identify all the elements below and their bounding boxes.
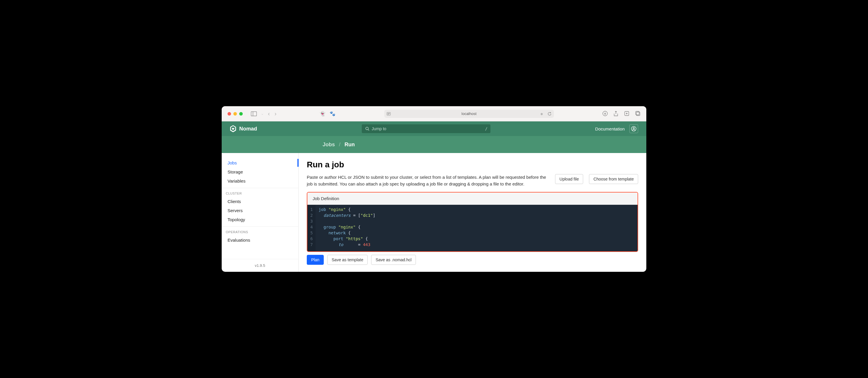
- app-header: Nomad Jump to / Documentation: [222, 121, 646, 136]
- editor-code[interactable]: job "nginx" { datacenters = ["dc1"] grou…: [315, 205, 378, 251]
- back-icon[interactable]: ‹: [268, 110, 270, 117]
- sidebar-toggle-icon[interactable]: [251, 112, 257, 116]
- new-tab-icon[interactable]: [624, 111, 629, 116]
- sidebar-item-storage[interactable]: Storage: [222, 167, 298, 176]
- search-icon: [365, 127, 369, 131]
- sidebar-section-heading: OPERATIONS: [222, 227, 298, 235]
- forward-icon[interactable]: ›: [275, 110, 277, 117]
- page-description: Paste or author HCL or JSON to submit to…: [307, 174, 549, 187]
- editor-gutter: 1234567: [307, 205, 315, 251]
- main-content: Run a job Paste or author HCL or JSON to…: [299, 153, 646, 272]
- nomad-logo-icon: [230, 125, 236, 132]
- editor-title: Job Definition: [307, 193, 638, 205]
- url-text: localhost: [462, 112, 476, 116]
- breadcrumb-current: Run: [344, 142, 355, 148]
- share-icon[interactable]: [614, 111, 618, 117]
- profile-button[interactable]: [629, 124, 638, 133]
- app-name: Nomad: [239, 126, 257, 132]
- search-placeholder: Jump to: [372, 126, 386, 131]
- sidebar-item-clients[interactable]: Clients: [222, 197, 298, 206]
- sidebar-item-servers[interactable]: Servers: [222, 206, 298, 215]
- documentation-link[interactable]: Documentation: [595, 126, 625, 132]
- profile-icon: [631, 126, 637, 132]
- save-file-button[interactable]: Save as .nomad.hcl: [371, 255, 416, 265]
- search-input[interactable]: Jump to /: [362, 124, 491, 133]
- extension-paw-icon[interactable]: 🐾: [330, 111, 336, 116]
- url-bar[interactable]: localhost ⊕: [384, 110, 554, 118]
- extension-ghost-icon[interactable]: 👻: [320, 111, 326, 116]
- svg-point-14: [633, 127, 634, 129]
- app-logo[interactable]: Nomad: [230, 125, 257, 132]
- sidebar: JobsStorageVariables CLUSTERClientsServe…: [222, 153, 299, 272]
- downloads-icon[interactable]: [602, 111, 608, 116]
- page-title: Run a job: [307, 160, 638, 169]
- traffic-lights: [227, 112, 243, 116]
- svg-point-11: [366, 127, 369, 130]
- svg-text:⊕: ⊕: [540, 112, 543, 116]
- breadcrumb: Jobs / Run: [222, 136, 646, 153]
- close-window-icon[interactable]: [227, 112, 231, 116]
- browser-window: ⌵ ‹ › 👻 🐾 localhost ⊕ Nomad: [222, 106, 646, 272]
- svg-rect-9: [637, 112, 640, 116]
- svg-line-12: [368, 129, 369, 131]
- maximize-window-icon[interactable]: [239, 112, 243, 116]
- reload-icon[interactable]: [548, 112, 552, 116]
- translate-icon[interactable]: ⊕: [540, 112, 545, 116]
- minimize-window-icon[interactable]: [234, 112, 237, 116]
- svg-rect-0: [251, 112, 257, 116]
- sidebar-item-evaluations[interactable]: Evaluations: [222, 235, 298, 244]
- upload-file-button[interactable]: Upload file: [555, 174, 583, 184]
- body-area: JobsStorageVariables CLUSTERClientsServe…: [222, 153, 646, 272]
- job-definition-editor[interactable]: Job Definition 1234567 job "nginx" { dat…: [307, 192, 638, 252]
- svg-rect-10: [636, 111, 639, 115]
- sidebar-item-jobs[interactable]: Jobs: [222, 158, 298, 167]
- save-template-button[interactable]: Save as template: [327, 255, 368, 265]
- breadcrumb-parent[interactable]: Jobs: [322, 142, 335, 148]
- choose-template-button[interactable]: Choose from template: [589, 174, 638, 184]
- sidebar-section-heading: CLUSTER: [222, 188, 298, 197]
- tab-overview-icon[interactable]: [635, 111, 641, 116]
- sidebar-item-variables[interactable]: Variables: [222, 176, 298, 185]
- search-hint: /: [485, 126, 488, 131]
- breadcrumb-separator: /: [339, 142, 340, 148]
- reader-icon: [386, 112, 391, 116]
- version-label: v1.9.5: [222, 259, 298, 272]
- sidebar-item-topology[interactable]: Topology: [222, 215, 298, 224]
- plan-button[interactable]: Plan: [307, 255, 324, 265]
- toolbar-dropdown-icon[interactable]: ⌵: [261, 112, 263, 115]
- browser-titlebar: ⌵ ‹ › 👻 🐾 localhost ⊕: [222, 106, 646, 121]
